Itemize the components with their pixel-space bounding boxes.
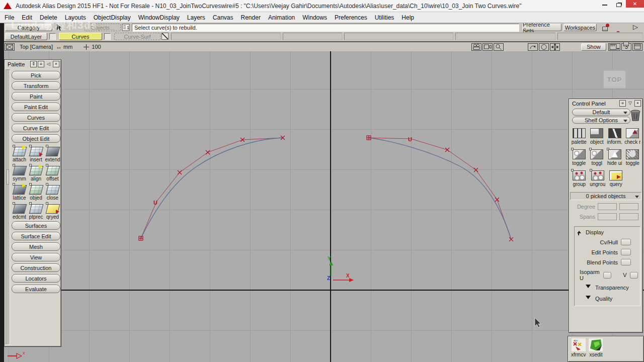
symm-tool[interactable]: symm — [11, 164, 28, 182]
promptline-input[interactable] — [132, 24, 519, 32]
xsedit-tool[interactable]: xsedit — [589, 338, 603, 361]
close-button[interactable]: ✕ — [626, 0, 644, 8]
layer-default-checkbox[interactable] — [49, 33, 56, 40]
isoparm-u-checkbox[interactable] — [603, 272, 611, 279]
layer-active-button[interactable]: Curves — [59, 33, 102, 40]
xfrmcv-tool[interactable]: aju xfrmcv — [571, 338, 586, 361]
minimize-button[interactable] — [598, 0, 612, 10]
palette-tab-surface-edit[interactable]: Surface Edit — [12, 232, 60, 240]
trash-icon[interactable] — [630, 109, 641, 122]
palette-tab-paint[interactable]: Paint — [12, 92, 60, 101]
palette-tab-paint-edit[interactable]: Paint Edit — [12, 103, 60, 111]
marking-menu-icon-1[interactable] — [601, 24, 609, 31]
insert-tool[interactable]: insert — [28, 145, 44, 162]
grid-spacing-value[interactable]: 100 — [92, 44, 101, 50]
spans-field-1[interactable] — [598, 213, 617, 220]
menu-item-animation[interactable]: Animation — [268, 14, 295, 21]
menu-item-windows[interactable]: Windows — [302, 14, 327, 21]
offset-tool[interactable]: offset — [44, 164, 61, 182]
menu-item-help[interactable]: Help — [401, 14, 414, 21]
quality-expand-icon[interactable] — [586, 296, 591, 302]
transparency-label[interactable]: Transparency — [595, 285, 629, 291]
palette-tab-pick[interactable]: Pick — [12, 71, 60, 79]
layer-active-checkbox[interactable] — [104, 33, 111, 40]
palette-scrollbar[interactable] — [6, 69, 10, 345]
degree-field-2[interactable] — [619, 203, 638, 210]
menu-item-windowdisplay[interactable]: WindowDisplay — [138, 14, 180, 21]
menu-item-render[interactable]: Render — [241, 14, 261, 21]
close-tool[interactable]: close — [44, 183, 61, 201]
palette-tab-evaluate[interactable]: Evaluate — [12, 285, 60, 293]
preset-dropdown[interactable]: Default — [572, 109, 630, 116]
menu-item-canvas[interactable]: Canvas — [213, 14, 233, 21]
viewport-window-menu-icon[interactable] — [5, 43, 15, 51]
query-edit-tool[interactable]: query — [607, 169, 625, 187]
menu-item-objectdisplay[interactable]: ObjectDisplay — [94, 14, 131, 21]
restore-button[interactable] — [612, 0, 626, 10]
toggle-model-tool[interactable]: toggl — [588, 148, 606, 166]
tumble-view-icon[interactable] — [539, 43, 549, 51]
camera-icon[interactable] — [471, 43, 481, 51]
palette-tab-curves[interactable]: Curves — [12, 113, 60, 122]
toolbar-expand-arrow-icon[interactable]: ▷ — [633, 23, 638, 31]
menu-item-preferences[interactable]: Preferences — [335, 14, 367, 21]
toggle-model-checkbox[interactable] — [589, 148, 592, 150]
layer-default-button[interactable]: DefaultLayer — [5, 33, 47, 40]
palette-tab-mesh[interactable]: Mesh — [12, 242, 60, 251]
show-button[interactable]: Show — [581, 43, 606, 51]
palette-resize-icon[interactable]: ⇕ — [30, 61, 37, 67]
menu-item-layers[interactable]: Layers — [187, 14, 205, 21]
maximize-view-icon[interactable] — [632, 43, 642, 51]
align-tool[interactable]: align — [28, 164, 44, 182]
group-tool[interactable]: group — [570, 169, 589, 187]
control-panel-header[interactable]: Control Panel ≡ ▽ × — [569, 99, 642, 108]
edit-points-checkbox[interactable] — [621, 249, 631, 255]
palette-collapse-icon[interactable]: ◁ — [45, 61, 52, 67]
ungroup-tool[interactable]: ungrou — [589, 169, 607, 187]
extend-tool[interactable]: extend — [44, 145, 61, 162]
menu-item-utilities[interactable]: Utilities — [375, 14, 394, 21]
viewport-camera-label[interactable]: Top [Camera] — [20, 44, 53, 50]
hide-unselected-tool[interactable]: hide ui — [606, 148, 624, 166]
palette-tab-object-edit[interactable]: Object Edit — [12, 134, 60, 143]
workspaces-button[interactable]: Workspaces — [564, 24, 597, 31]
edcmt-tool[interactable]: edcmt — [11, 202, 28, 220]
preference-sets-button[interactable]: Preference Sets — [522, 24, 561, 31]
layer-ghost-button[interactable]: Curve-Surf — [114, 33, 160, 40]
toggle-shade-tool[interactable]: toggle — [570, 148, 588, 166]
degree-field-1[interactable] — [598, 203, 617, 210]
palette-tab-curve-edit[interactable]: Curve Edit — [12, 124, 60, 132]
track-view-icon[interactable] — [528, 43, 538, 51]
attach-tool[interactable]: attach — [11, 145, 28, 162]
lattice-tool[interactable]: lattice — [11, 183, 28, 201]
objed-tool[interactable]: objed — [28, 183, 44, 201]
ungroup-checkbox[interactable] — [590, 169, 592, 171]
palette-header[interactable]: Palette ⇕ ≡ ◁ × — [5, 60, 61, 68]
palette-close-icon[interactable]: × — [53, 61, 59, 67]
layer-symmetry-box-icon[interactable] — [162, 33, 169, 40]
cv-hull-checkbox[interactable] — [621, 239, 631, 245]
viewport-canvas[interactable] — [4, 51, 644, 362]
ptprec-tool[interactable]: ptprec — [28, 202, 44, 220]
shelf-options-dropdown[interactable]: Shelf Options — [572, 117, 630, 124]
quality-label[interactable]: Quality — [595, 296, 612, 302]
pan-view-icon[interactable] — [550, 43, 560, 51]
display-collapse-icon[interactable] — [577, 229, 582, 235]
object-lister-tool[interactable]: object — [588, 127, 606, 145]
group-checkbox[interactable] — [571, 169, 574, 171]
palette-tab-locators[interactable]: Locators — [12, 274, 60, 283]
palette-toggle-tool[interactable]: palette — [570, 127, 588, 145]
blend-points-checkbox[interactable] — [621, 259, 631, 265]
picked-objects-status[interactable]: 0 picked objects — [570, 192, 641, 200]
palette-tab-surfaces[interactable]: Surfaces — [12, 221, 60, 230]
transparency-expand-icon[interactable] — [586, 285, 591, 291]
control-panel-collapse-icon[interactable]: ▽ — [627, 100, 633, 107]
palette-list-icon[interactable]: ≡ — [38, 61, 44, 67]
information-tool[interactable]: inform. — [606, 127, 624, 145]
film-camera-icon[interactable] — [482, 43, 493, 51]
isoparm-v-checkbox[interactable] — [630, 272, 638, 279]
control-panel-menu-icon[interactable]: ≡ — [619, 100, 626, 107]
spans-field-2[interactable] — [619, 213, 638, 220]
palette-tab-view[interactable]: View — [12, 253, 60, 261]
check-model-tool[interactable]: check r — [624, 127, 642, 145]
